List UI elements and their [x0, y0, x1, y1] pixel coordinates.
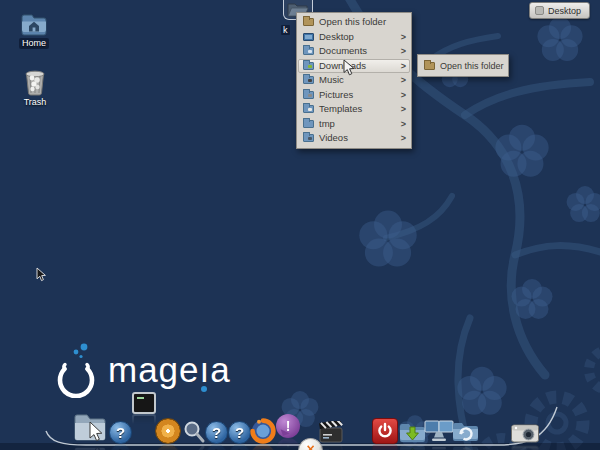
desktop-root: Home Trash k Open this folder Desktop > — [0, 0, 600, 450]
submenu-arrow-icon: > — [401, 90, 406, 100]
documents-folder-icon — [303, 47, 314, 55]
music-folder-icon — [303, 76, 314, 84]
menu-item-tmp[interactable]: tmp > — [298, 117, 410, 132]
menu-item-templates[interactable]: Templates > — [298, 102, 410, 117]
desktop-icon-home[interactable]: Home — [10, 12, 58, 49]
dock-terminal-icon[interactable] — [132, 392, 156, 414]
dock-search-icon[interactable] — [182, 420, 206, 444]
dock-disc-burner-icon[interactable] — [155, 418, 181, 444]
desktop-button[interactable]: Desktop — [529, 2, 590, 19]
dock: ? ? ? ! × — [0, 398, 600, 450]
context-menu: Open this folder Desktop > Documents > D… — [296, 12, 412, 149]
menu-item-documents[interactable]: Documents > — [298, 44, 410, 59]
templates-folder-icon — [303, 105, 314, 113]
dock-downloads-folder-icon[interactable] — [399, 420, 426, 444]
submenu-arrow-icon: > — [401, 75, 406, 85]
menu-item-open-this-folder[interactable]: Open this folder — [298, 15, 410, 30]
home-folder-icon — [20, 12, 48, 37]
desktop-button-icon — [535, 6, 544, 15]
folder-widget-label: k — [281, 25, 290, 35]
submenu-arrow-icon: > — [401, 104, 406, 114]
submenu-arrow-icon: > — [401, 133, 406, 143]
submenu: Open this folder — [417, 54, 509, 77]
dock-file-manager-icon[interactable] — [72, 410, 108, 444]
submenu-arrow-icon: > — [401, 119, 406, 129]
dock-sync-folder-icon[interactable] — [452, 419, 479, 444]
submenu-arrow-icon: > — [401, 32, 406, 42]
secondary-cursor — [36, 267, 47, 282]
desktop-icon-label: Home — [19, 38, 49, 49]
dock-power-icon[interactable] — [372, 418, 398, 444]
menu-item-music[interactable]: Music > — [298, 73, 410, 88]
dock-firefox-icon[interactable] — [250, 418, 276, 444]
mageia-cauldron-icon — [52, 340, 100, 398]
trash-icon — [22, 68, 48, 96]
submenu-arrow-icon: > — [401, 61, 406, 71]
menu-item-desktop[interactable]: Desktop > — [298, 30, 410, 45]
dock-camera-icon[interactable] — [511, 423, 539, 444]
dock-video-editor-icon[interactable] — [319, 421, 343, 444]
submenu-arrow-icon: > — [401, 46, 406, 56]
downloads-folder-icon — [303, 62, 314, 70]
menu-item-downloads[interactable]: Downloads > — [298, 59, 410, 74]
desktop-icon-label: Trash — [21, 97, 50, 108]
folder-open-icon — [424, 62, 435, 70]
mageia-logo: mageıa — [52, 340, 231, 398]
videos-folder-icon — [303, 134, 314, 142]
dock-messenger-icon[interactable]: ! — [276, 414, 300, 438]
dock-help-icon[interactable]: ? — [205, 421, 228, 444]
logo-i-dot — [201, 386, 207, 392]
mageia-logo-text: mageıa — [108, 342, 231, 398]
dock-display-settings-icon[interactable] — [424, 418, 454, 444]
dock-help-icon[interactable]: ? — [228, 421, 251, 444]
tmp-folder-icon — [303, 120, 314, 128]
pictures-folder-icon — [303, 91, 314, 99]
submenu-item-open-this-folder[interactable]: Open this folder — [419, 57, 507, 74]
desktop-folder-icon — [303, 33, 314, 41]
dock-help-icon[interactable]: ? — [109, 421, 132, 444]
menu-item-videos[interactable]: Videos > — [298, 131, 410, 146]
folder-open-icon — [303, 18, 314, 26]
desktop-icon-trash[interactable]: Trash — [11, 68, 59, 108]
menu-item-pictures[interactable]: Pictures > — [298, 88, 410, 103]
